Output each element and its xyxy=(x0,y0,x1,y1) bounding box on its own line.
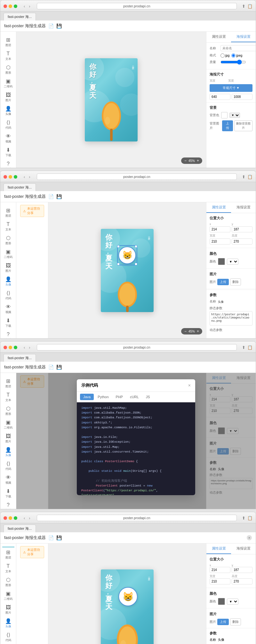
dl-3[interactable]: ⬇ 下载 xyxy=(0,487,16,501)
close-4[interactable] xyxy=(4,516,7,520)
panel-tab-attr-1[interactable]: 属性设置 xyxy=(206,32,231,42)
minimize-btn-3[interactable] xyxy=(9,346,12,349)
sidebar-item-preview-2[interactable]: 👁 视频 xyxy=(0,302,16,316)
sidebar-item-preview[interactable]: 👁 视频 xyxy=(0,132,16,146)
hin4[interactable] xyxy=(232,578,252,584)
img-clear-btn-2[interactable]: 删除 xyxy=(230,278,241,286)
handle-tr[interactable] xyxy=(135,245,137,248)
quality-slider[interactable] xyxy=(220,60,246,65)
tab-1[interactable]: fast-poster 海... xyxy=(4,13,36,20)
color-dropdown-2[interactable]: ▼ xyxy=(227,259,238,265)
back-3[interactable]: ‹ xyxy=(22,344,26,350)
xin4[interactable] xyxy=(210,567,230,573)
sidebar-item-download-2[interactable]: ⬇ 下载 xyxy=(0,316,16,330)
i4[interactable]: 🖼图片 xyxy=(0,603,16,617)
radio-jpeg[interactable]: jpeg xyxy=(231,53,242,58)
handle-tl[interactable] xyxy=(117,245,120,248)
bg-color-select[interactable]: ▼ xyxy=(229,113,240,118)
help-3[interactable]: ? 帮助 xyxy=(0,501,16,509)
poster-canvas-4[interactable]: 你好，夏天 立 夏 😸 xyxy=(101,569,154,644)
maximize-btn-3[interactable] xyxy=(14,346,17,349)
file-icon-3[interactable]: 📄 xyxy=(48,365,54,370)
sidebar-item-code-2[interactable]: ⟨⟩ 代码 xyxy=(0,289,16,302)
cb4[interactable] xyxy=(218,598,225,605)
handle-bl[interactable] xyxy=(117,263,120,265)
preset-size-btn[interactable]: 常规尺寸 ▼ xyxy=(210,84,252,92)
modal-close-btn[interactable]: × xyxy=(188,383,191,388)
pta4[interactable]: 属性设置 xyxy=(206,543,231,554)
url-bar-1[interactable]: poster.prodapi.cn xyxy=(37,3,237,9)
save-icon-3[interactable]: 💾 xyxy=(56,365,62,370)
save-4[interactable]: 💾 xyxy=(56,535,62,540)
zoom-in-btn-2[interactable]: + xyxy=(196,329,200,334)
minimize-btn-2[interactable] xyxy=(9,175,12,179)
layers-3[interactable]: ⊞ 图层 xyxy=(0,377,16,390)
bm-4[interactable]: 📋 xyxy=(247,516,252,520)
close-btn-2[interactable] xyxy=(4,175,7,179)
fwd-4[interactable]: › xyxy=(28,515,31,521)
y-input[interactable] xyxy=(232,226,252,232)
c4[interactable]: ⟨⟩代码 xyxy=(0,631,16,644)
file-icon-2[interactable]: 📄 xyxy=(48,194,54,199)
code-tab-js[interactable]: JS xyxy=(143,394,153,400)
sidebar-item-qrcode[interactable]: ▣ 二维码 xyxy=(0,77,16,91)
img-3[interactable]: 🖼 图片 xyxy=(0,432,16,446)
maximize-btn-2[interactable] xyxy=(14,175,17,179)
modal-overlay-3[interactable]: 示例代码 × Java Python PHP cURL JS import ja… xyxy=(16,373,256,509)
yin4[interactable] xyxy=(232,567,252,573)
min-4[interactable] xyxy=(9,516,12,520)
code-tab-curl[interactable]: cURL xyxy=(127,394,142,400)
bg-upload-btn[interactable]: 上传 xyxy=(222,120,233,131)
code-tab-python[interactable]: Python xyxy=(94,394,112,400)
back-btn[interactable]: ‹ xyxy=(22,3,26,9)
sidebar-item-help-2[interactable]: ? 帮助 xyxy=(0,330,16,338)
ptp4[interactable]: 海报设置 xyxy=(231,543,256,554)
url-3[interactable]: poster.prodapi.cn xyxy=(37,344,237,350)
fwd-3[interactable]: › xyxy=(28,344,31,350)
shape-3[interactable]: ⬡ 图形 xyxy=(0,404,16,418)
x-input[interactable] xyxy=(210,226,230,232)
tab-2[interactable]: fast-poster 海... xyxy=(4,183,36,191)
height-input[interactable] xyxy=(232,94,252,100)
poster-canvas-1[interactable]: 你 好 ， 夏 天 立 夏 xyxy=(85,58,138,141)
preview-3[interactable]: 👁 视频 xyxy=(0,473,16,487)
mascot-container-2[interactable]: 😸 xyxy=(118,246,136,264)
sidebar-item-image-2[interactable]: 🖼 图片 xyxy=(0,261,16,275)
sidebar-item-image[interactable]: 🖼 图片 xyxy=(0,91,16,104)
sidebar-item-shape-2[interactable]: ⬡ 图形 xyxy=(0,234,16,247)
panel-tab-attr-2[interactable]: 属性设置 xyxy=(206,202,231,213)
thumb-4[interactable]: 你好 ，夏天 xyxy=(2,547,14,547)
tab-3[interactable]: fast-poster 海... xyxy=(4,354,36,362)
canvas-area-4[interactable]: 你好，夏天 立 夏 😸 − 45% + xyxy=(48,543,206,644)
handle-br[interactable] xyxy=(135,263,137,265)
forward-btn-2[interactable]: › xyxy=(28,174,31,180)
code-tab-php[interactable]: PHP xyxy=(113,394,126,400)
panel-close-btn-4[interactable]: × xyxy=(247,535,252,540)
icb4[interactable]: 删除 xyxy=(230,618,241,625)
back-4[interactable]: ‹ xyxy=(22,515,26,521)
width-input[interactable] xyxy=(210,94,230,100)
code-tab-java[interactable]: Java xyxy=(80,394,94,400)
minimize-btn[interactable] xyxy=(9,4,12,8)
qr-3[interactable]: ▣ 二维码 xyxy=(0,418,16,432)
maximize-btn[interactable] xyxy=(14,4,17,8)
panel-tab-poster-1[interactable]: 海报设置 xyxy=(231,32,256,42)
max-4[interactable] xyxy=(14,516,17,520)
a4[interactable]: 👤头像 xyxy=(0,617,16,631)
url-4[interactable]: poster.prodapi.cn xyxy=(37,515,237,521)
close-btn-3[interactable] xyxy=(4,346,7,349)
sidebar-item-layers-2[interactable]: ⊞ 图层 xyxy=(0,206,16,220)
bg-color-picker[interactable] xyxy=(221,112,228,118)
sidebar-item-text[interactable]: T 文本 xyxy=(0,49,16,63)
poster-canvas-2[interactable]: 你 好 ， 夏 天 立 夏 😸 xyxy=(101,229,154,312)
close-btn[interactable] xyxy=(4,4,7,8)
sidebar-item-download[interactable]: ⬇ 下载 xyxy=(0,146,16,159)
share-icon[interactable]: ⬆ xyxy=(242,4,245,9)
share-4[interactable]: ⬆ xyxy=(242,516,245,520)
share-icon-2[interactable]: ⬆ xyxy=(242,174,245,179)
img-upload-btn-2[interactable]: 上传 xyxy=(217,279,229,285)
color-box-2[interactable] xyxy=(218,258,225,265)
tab-4[interactable]: fast-poster 海... xyxy=(4,525,36,532)
avatar-3[interactable]: 👤 头像 xyxy=(0,446,16,459)
name-input[interactable] xyxy=(220,45,256,51)
